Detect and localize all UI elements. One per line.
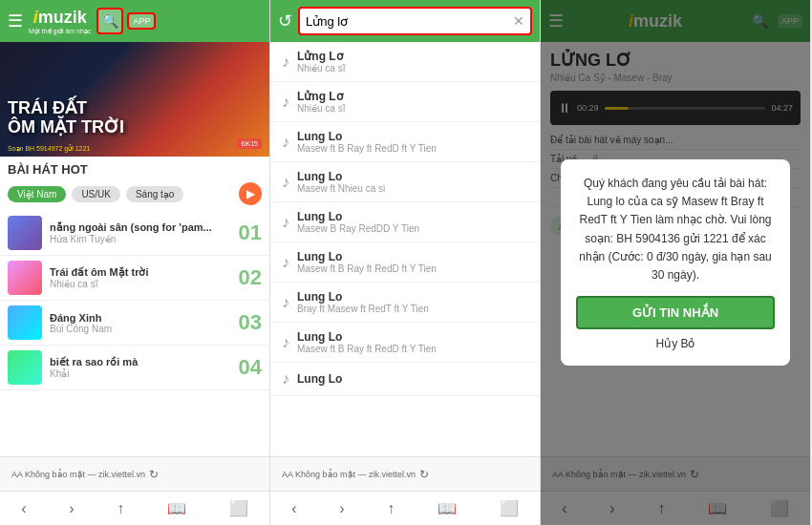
play-all-button[interactable]: ▶: [239, 182, 262, 205]
result-artist: Nhiều ca sĩ: [297, 63, 528, 74]
modal-overlay: Quý khách đang yêu cầu tải bài hát: Lung…: [541, 0, 810, 525]
modal-box: Quý khách đang yêu cầu tải bài hát: Lung…: [561, 159, 790, 366]
filter-bar: Việt Nam US/UK Sáng tạo ▶: [0, 182, 269, 211]
song-thumb: [8, 216, 42, 250]
nav-bookmarks[interactable]: 📖: [438, 499, 457, 517]
nav-tabs[interactable]: ⬜: [500, 499, 519, 517]
filter-creative[interactable]: Sáng tạo: [126, 186, 183, 202]
result-name: Lửng Lơ: [297, 90, 528, 103]
result-item[interactable]: ♪ Lung Lo Masew ft B Ray ft RedD ft Y Ti…: [270, 242, 540, 283]
result-artist: Masew ft Nhieu ca si: [297, 183, 528, 194]
music-note-icon: ♪: [282, 94, 289, 111]
music-note-icon: ♪: [282, 294, 289, 311]
bottom-nav: ‹ › ↑ 📖 ⬜: [270, 491, 540, 525]
hero-banner: TRÁI ĐẤTÔM MẶT TRỜI Soạn BH 5914972 gửi …: [0, 42, 269, 157]
result-item[interactable]: ♪ Lửng Lơ Nhiều ca sĩ: [270, 82, 540, 122]
result-item[interactable]: ♪ Lung Lo Masew ft Nhieu ca si: [270, 162, 540, 202]
music-note-icon: ♪: [282, 254, 289, 271]
result-item[interactable]: ♪ Lung Lo Masew B Ray RedDD Y Tien: [270, 202, 540, 242]
result-item[interactable]: ♪ Lửng Lơ Nhiều ca sĩ: [270, 42, 540, 82]
bottom-nav: ‹ › ↑ 📖 ⬜: [0, 491, 269, 525]
search-header: ↺ ✕: [270, 0, 540, 42]
result-name: Lung Lo: [297, 210, 528, 223]
status-bar: AA Không bảo mật — zik.viettel.vn ↻: [270, 456, 540, 491]
result-item[interactable]: ♪ Lung Lo Bray ft Masew ft RedT ft Y Tie…: [270, 283, 540, 323]
result-name: Lửng Lơ: [297, 50, 528, 63]
result-artist: Masew ft B Ray ft RedD ft Y Tien: [297, 263, 528, 274]
back-button[interactable]: ↺: [278, 10, 292, 32]
song-info: Đáng Xinh Bùi Công Nam: [50, 312, 227, 334]
song-artist: Nhiều ca sĩ: [50, 279, 227, 289]
filter-usuk[interactable]: US/UK: [72, 186, 120, 202]
result-info: Lung Lo Masew ft B Ray ft RedD ft Y Tien: [297, 130, 528, 154]
nav-forward[interactable]: ›: [69, 500, 74, 517]
song-artist: Hứa Kim Tuyến: [50, 234, 227, 244]
home-header: ☰ i muzik Một thế giới âm nhạc 🔍 APP: [0, 0, 269, 42]
song-item[interactable]: biết ra sao rồi mà Khải 04: [0, 346, 269, 390]
hamburger-icon[interactable]: ☰: [8, 10, 23, 32]
song-thumb: [8, 261, 42, 295]
result-artist: Masew ft B Ray ft RedD ft Y Tien: [297, 344, 528, 354]
song-number: 03: [235, 310, 262, 335]
search-results: ♪ Lửng Lơ Nhiều ca sĩ ♪ Lửng Lơ Nhiều ca…: [270, 42, 540, 456]
logo: i muzik Một thế giới âm nhạc: [29, 8, 91, 34]
song-number: 01: [235, 220, 262, 245]
nav-back[interactable]: ‹: [21, 500, 26, 517]
result-artist: Masew B Ray RedDD Y Tien: [297, 223, 528, 234]
song-name: Trái đất ôm Mặt trời: [50, 266, 227, 279]
song-item[interactable]: Trái đất ôm Mặt trời Nhiều ca sĩ 02: [0, 256, 269, 301]
nav-bookmarks[interactable]: 📖: [167, 499, 186, 517]
song-item[interactable]: Đáng Xinh Bùi Công Nam 03: [0, 301, 269, 346]
reload-icon[interactable]: ↻: [149, 468, 159, 481]
song-artist: Khải: [50, 368, 227, 379]
nav-share[interactable]: ↑: [117, 500, 124, 517]
result-item[interactable]: ♪ Lung Lo Masew ft B Ray ft RedD ft Y Ti…: [270, 323, 540, 363]
music-note-icon: ♪: [282, 134, 289, 151]
cancel-button[interactable]: Hủy Bỏ: [576, 337, 775, 350]
result-info: Lung Lo Masew ft B Ray ft RedD ft Y Tien: [297, 250, 528, 274]
filter-vietnam[interactable]: Việt Nam: [8, 186, 66, 202]
result-item[interactable]: ♪ Lung Lo: [270, 363, 540, 396]
result-info: Lung Lo Masew ft Nhieu ca si: [297, 170, 528, 194]
result-name: Lung Lo: [297, 330, 528, 344]
result-info: Lung Lo: [297, 372, 528, 386]
result-info: Lung Lo Bray ft Masew ft RedT ft Y Tien: [297, 290, 528, 314]
result-info: Lung Lo Masew B Ray RedDD Y Tien: [297, 210, 528, 234]
result-item[interactable]: ♪ Lung Lo Masew ft B Ray ft RedD ft Y Ti…: [270, 122, 540, 162]
result-name: Lung Lo: [297, 250, 528, 263]
nav-share[interactable]: ↑: [387, 500, 395, 517]
nav-forward[interactable]: ›: [339, 500, 344, 517]
hot-song-list: nắng ngoài sân (song for 'pam... Hứa Kim…: [0, 211, 269, 456]
music-note-icon: ♪: [282, 53, 289, 71]
result-name: Lung Lo: [297, 372, 528, 386]
reload-icon[interactable]: ↻: [419, 468, 429, 481]
song-number: 04: [235, 355, 262, 380]
search-input-wrap[interactable]: ✕: [298, 7, 532, 35]
panel-search: ↺ ✕ ♪ Lửng Lơ Nhiều ca sĩ ♪ Lửng Lơ Nhiề…: [270, 0, 541, 525]
clear-icon[interactable]: ✕: [513, 13, 524, 29]
modal-text: Quý khách đang yêu cầu tải bài hát: Lung…: [576, 175, 775, 284]
song-name: nắng ngoài sân (song for 'pam...: [50, 221, 227, 234]
panel-home: ☰ i muzik Một thế giới âm nhạc 🔍 APP TRÁ…: [0, 0, 270, 525]
send-sms-button[interactable]: GỬI TIN NHẮN: [576, 296, 775, 329]
status-bar: AA Không bảo mật — zik.viettel.vn ↻: [0, 456, 269, 491]
music-note-icon: ♪: [282, 214, 289, 231]
hero-title: TRÁI ĐẤTÔM MẶT TRỜI: [8, 99, 124, 137]
result-name: Lung Lo: [297, 130, 528, 143]
song-item[interactable]: nắng ngoài sân (song for 'pam... Hứa Kim…: [0, 211, 269, 256]
result-info: Lửng Lơ Nhiều ca sĩ: [297, 90, 528, 114]
nav-back[interactable]: ‹: [291, 500, 296, 517]
app-button[interactable]: APP: [127, 12, 156, 30]
song-info: biết ra sao rồi mà Khải: [50, 356, 227, 379]
search-input[interactable]: [306, 14, 513, 29]
music-note-icon: ♪: [282, 334, 289, 351]
search-button[interactable]: 🔍: [96, 8, 123, 34]
status-text: AA Không bảo mật — zik.viettel.vn: [282, 470, 416, 479]
result-info: Lung Lo Masew ft B Ray ft RedD ft Y Tien: [297, 330, 528, 354]
song-info: Trái đất ôm Mặt trời Nhiều ca sĩ: [50, 266, 227, 289]
nav-tabs[interactable]: ⬜: [229, 499, 248, 517]
header-icons: 🔍 APP: [96, 8, 156, 34]
logo-subtitle: Một thế giới âm nhạc: [29, 28, 91, 34]
result-artist: Masew ft B Ray ft RedD ft Y Tien: [297, 143, 528, 154]
song-thumb: [8, 350, 42, 385]
